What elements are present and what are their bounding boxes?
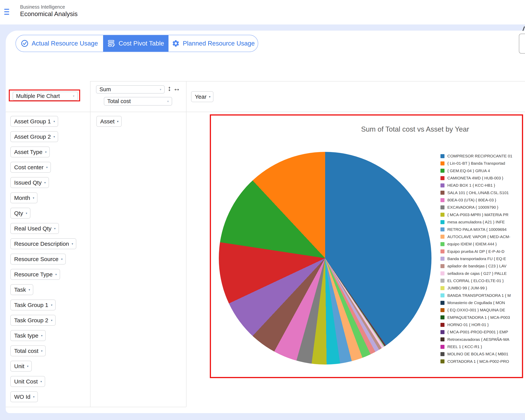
- measure-value: Total cost: [104, 98, 131, 104]
- legend-item[interactable]: { MCA-P001-PROD-EP001 } EMP: [441, 329, 522, 335]
- legend-item[interactable]: HORNO 01 { HOR-01 }: [441, 322, 522, 328]
- field-chip-task[interactable]: Task▾: [10, 284, 33, 295]
- field-chip-task-group-2[interactable]: Task Group 2▾: [10, 315, 56, 326]
- legend-item[interactable]: mesa acumuladora { A21 } INFE: [441, 219, 522, 225]
- field-chip-wo-id[interactable]: WO Id▾: [10, 391, 38, 402]
- legend-item[interactable]: HEAD BOX 1 { KCC-HB1 }: [441, 182, 522, 188]
- legend-item[interactable]: { MCA-P003-MPRI } MATERIA PR: [441, 212, 522, 218]
- chevron-down-icon: ▾: [24, 364, 31, 368]
- legend-item[interactable]: equipo IDIEM { IDIEM.444 }: [441, 241, 522, 247]
- legend-item[interactable]: Monasterio de Cogullada { MON: [441, 300, 522, 306]
- field-chip-label: Task: [11, 287, 26, 293]
- legend-swatch: [441, 249, 444, 253]
- pivot-bottom-border: [6, 407, 186, 407]
- legend-item[interactable]: CAMIONETA 4WD { HUB-003 }: [441, 175, 522, 181]
- legend-item[interactable]: { Lin-01-BT } Banda Transportad: [441, 160, 522, 166]
- chevron-down-icon: ▾: [206, 95, 213, 99]
- legend-item[interactable]: EXCAVADORA { 10009790 }: [441, 205, 522, 210]
- legend-item[interactable]: MOLINO DE BOLAS MCA { MB01: [441, 351, 522, 357]
- column-field-year[interactable]: Year ▾: [191, 91, 214, 102]
- legend-swatch: [441, 286, 444, 290]
- legend-swatch: [441, 279, 444, 283]
- tab-planned-resource-usage[interactable]: Planned Resource Usage: [169, 35, 258, 52]
- legend-swatch: [441, 220, 444, 224]
- field-chip-unit-cost[interactable]: Unit Cost▾: [10, 376, 45, 387]
- tab-label: Planned Resource Usage: [183, 40, 255, 47]
- legend-item[interactable]: EMPAQUETADORA 1 { MCA-P003: [441, 315, 522, 320]
- fields-column: Asset Group 1▾Asset Group 2▾Asset Type▾C…: [10, 116, 76, 402]
- field-chip-real-used-qty[interactable]: Real Used Qty▾: [10, 223, 59, 234]
- gear-icon: [172, 39, 180, 47]
- legend-item[interactable]: AUTOCLAVE VAPOR { MED-ACM-: [441, 234, 522, 240]
- field-chip-resource-description[interactable]: Resource Description▾: [10, 238, 76, 249]
- field-chip-label: Asset Group 2: [11, 133, 51, 140]
- chart-type-select[interactable]: Multiple Pie Chart ▾: [13, 92, 78, 100]
- field-chip-asset-type[interactable]: Asset Type▾: [10, 147, 50, 157]
- chevron-down-icon: ▾: [38, 334, 46, 337]
- legend-label: apilador de bandejas { C23 } LAV: [447, 264, 506, 268]
- legend-item[interactable]: Equipo prueba AI DP { E-P-AI-D: [441, 249, 522, 254]
- chevron-down-icon: ▾: [69, 242, 76, 246]
- legend-label: Monasterio de Cogullada { MON: [447, 300, 505, 305]
- measure-select[interactable]: Total cost ▾: [104, 97, 172, 106]
- legend-item[interactable]: BANDA TRANSPORTADORA 1 { M: [441, 293, 522, 298]
- legend-label: CORTADORA 1 { MCA-P002-PRO: [447, 359, 509, 364]
- legend-swatch: [441, 227, 444, 231]
- legend-item[interactable]: { EQ.OXXO-001 } MAQUINA DE: [441, 307, 522, 313]
- chevron-down-icon: ▾: [51, 227, 58, 230]
- legend-swatch: [441, 154, 444, 158]
- legend-item[interactable]: SALA 101 { OHL.UNAB.CSL.S101: [441, 190, 522, 196]
- legend-item[interactable]: Banda transportadora FU { EQ-E: [441, 256, 522, 262]
- field-chip-issued-qty[interactable]: Issued Qty▾: [10, 177, 49, 188]
- legend-swatch: [441, 352, 444, 356]
- field-chip-label: Month: [11, 195, 30, 201]
- legend-swatch: [441, 169, 444, 173]
- legend-item[interactable]: JUMBO 99 { JUM-99 }: [441, 285, 522, 291]
- aggregation-select[interactable]: Sum ▾: [96, 85, 165, 93]
- field-chip-resource-source[interactable]: Resource Source▾: [10, 254, 66, 264]
- legend-item[interactable]: selladora de cajas { G27 } PALLE: [441, 271, 522, 276]
- legend-label: { MCA-P001-PROD-EP001 } EMP: [447, 330, 508, 334]
- legend-item[interactable]: EL CORRAL { ELCO-ELTE-01 }: [441, 278, 522, 284]
- chevron-down-icon: ▾: [38, 380, 45, 383]
- chart-legend: COMPRESOR RECIPROCANTE 01{ Lin-01-BT } B…: [211, 115, 522, 377]
- legend-item[interactable]: Retroexcavadoras { AESPAÑA-MA: [441, 337, 522, 342]
- legend-item[interactable]: COMPRESOR RECIPROCANTE 01: [441, 153, 522, 159]
- check-circle-icon: [21, 40, 28, 47]
- field-chip-total-cost[interactable]: Total cost▾: [10, 345, 46, 356]
- resize-arrows[interactable]: ↕↔: [168, 84, 182, 93]
- tab-cost-pivot-table[interactable]: Cost Pivot Table: [103, 35, 169, 52]
- legend-swatch: [441, 198, 444, 202]
- page-title: Economical Analysis: [20, 10, 78, 18]
- field-chip-qty[interactable]: Qty▾: [10, 208, 30, 219]
- row-field-asset[interactable]: Asset ▾: [96, 116, 122, 127]
- menu-icon[interactable]: [4, 9, 9, 15]
- legend-item[interactable]: RETRO PALA MIXTA { 10009694: [441, 227, 522, 232]
- field-chip-asset-group-2[interactable]: Asset Group 2▾: [10, 131, 58, 142]
- legend-label: COMPRESOR RECIPROCANTE 01: [447, 154, 512, 158]
- legend-item[interactable]: REEL 1 { KCC-R1 }: [441, 344, 522, 350]
- legend-item[interactable]: { GEM.EQ-04 } GRUA 4: [441, 168, 522, 174]
- resize-vertical-icon[interactable]: ↕: [168, 84, 173, 92]
- field-chip-label: Issued Qty: [11, 179, 41, 186]
- field-chip-asset-group-1[interactable]: Asset Group 1▾: [10, 116, 58, 127]
- field-chip-label: Task type: [11, 332, 38, 339]
- field-chip-resource-type[interactable]: Resource Type▾: [10, 269, 60, 280]
- resize-horizontal-icon[interactable]: ↔: [173, 84, 182, 92]
- legend-label: MOLINO DE BOLAS MCA { MB01: [447, 352, 508, 356]
- legend-swatch: [441, 191, 444, 195]
- tab-actual-resource-usage[interactable]: Actual Resource Usage: [16, 35, 103, 52]
- legend-item[interactable]: CORTADORA 1 { MCA-P002-PRO: [441, 359, 522, 364]
- field-chip-task-type[interactable]: Task type▾: [10, 330, 46, 341]
- field-chip-month[interactable]: Month▾: [10, 192, 38, 203]
- field-chip-cost-center[interactable]: Cost center▾: [10, 162, 51, 173]
- breadcrumb: Business Intelligence: [20, 4, 65, 10]
- legend-label: 80EA-03 (UTA) { 80EA-03 }: [447, 198, 496, 202]
- legend-item[interactable]: apilador de bandejas { C23 } LAV: [441, 263, 522, 269]
- legend-item[interactable]: 80EA-03 (UTA) { 80EA-03 }: [441, 197, 522, 203]
- field-chip-unit[interactable]: Unit▾: [10, 361, 32, 372]
- field-chip-label: Unit Cost: [11, 378, 38, 385]
- field-chip-task-group-1[interactable]: Task Group 1▾: [10, 299, 56, 310]
- clipped-panel[interactable]: [519, 34, 525, 54]
- field-chip-label: Asset Type: [11, 149, 42, 155]
